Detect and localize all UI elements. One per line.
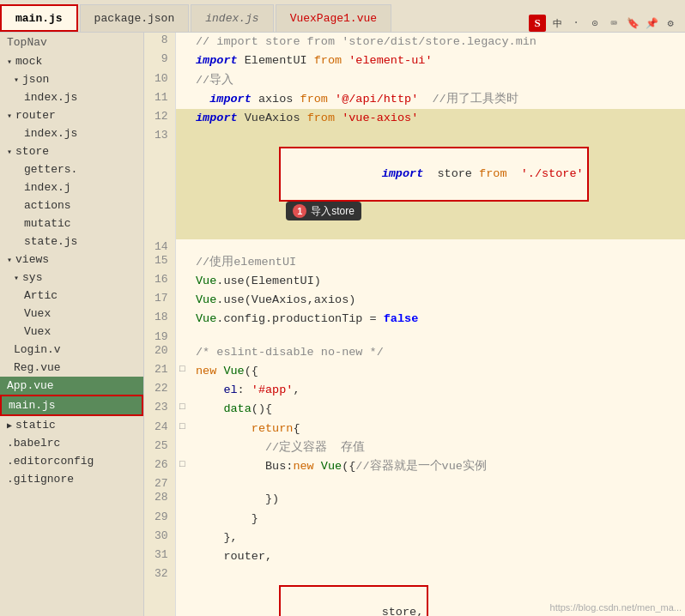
table-row: 8 // import store from 'store/dist/store… (144, 33, 685, 51)
line-number: 28 (144, 490, 175, 509)
line-code: import VueAxios from 'vue-axios' (189, 109, 685, 128)
tab-vuexpage-vue[interactable]: VuexPage1.vue (276, 4, 391, 32)
sidebar-item-editorconfig[interactable]: .editorconfig (0, 452, 143, 470)
sidebar-item-topnav[interactable]: TopNav (0, 33, 143, 52)
sidebar-item-login[interactable]: Login.v (0, 341, 143, 359)
zh-icon[interactable]: 中 (549, 15, 565, 31)
line-number: 15 (144, 253, 175, 272)
code-table: 8 // import store from 'store/dist/store… (144, 33, 685, 616)
gear-icon[interactable]: ⚙ (663, 15, 678, 31)
table-row: 13 import store from './store' 1导入store (144, 128, 685, 239)
line-expand (175, 490, 189, 509)
tab-main-js[interactable]: main.js (0, 4, 78, 32)
line-expand (175, 510, 189, 528)
line-code: import axios from '@/api/http' //用了工具类时 (189, 90, 685, 109)
sidebar-item-artic[interactable]: Artic (0, 287, 143, 305)
table-row: 27 (144, 476, 685, 490)
mic-icon[interactable]: ⊙ (587, 15, 603, 31)
line-expand (175, 272, 189, 291)
line-number: 22 (144, 381, 175, 400)
table-row: 16 Vue.use(ElementUI) (144, 272, 685, 291)
table-row: 9 import ElementUI from 'element-ui' (144, 51, 685, 70)
line-expand (175, 33, 189, 51)
line-number: 31 (144, 547, 175, 566)
table-row: 12 import VueAxios from 'vue-axios' (144, 109, 685, 128)
sidebar-item-reg[interactable]: Reg.vue (0, 359, 143, 377)
sidebar-item-store[interactable]: ▾store (0, 142, 143, 160)
line-number: 26 (144, 457, 175, 476)
sidebar-item-actions[interactable]: actions (0, 196, 143, 214)
watermark: https://blog.csdn.net/men_ma... (550, 602, 682, 613)
sidebar-item-babelrc[interactable]: .babelrc (0, 434, 143, 452)
bookmark-icon[interactable]: 🔖 (625, 15, 640, 31)
sidebar-item-state[interactable]: state.js (0, 233, 143, 251)
tab-package-json[interactable]: package.json (80, 4, 190, 32)
line-number: 18 (144, 310, 175, 329)
toolbar-icons: S 中 · ⊙ ⌨ 🔖 📌 ⚙ (529, 15, 685, 32)
sidebar-item-vuex2[interactable]: Vuex (0, 323, 143, 341)
sidebar-item-vuex1[interactable]: Vuex (0, 305, 143, 323)
sidebar-item-mock[interactable]: ▾mock (0, 52, 143, 70)
sidebar-item-main-js[interactable]: main.js (0, 395, 143, 416)
table-row: 14 (144, 239, 685, 253)
table-row: 15 //使用elementUI (144, 253, 685, 272)
table-row: 24 □ return{ (144, 420, 685, 438)
line-expand (175, 547, 189, 566)
sidebar-item-mock-index[interactable]: index.js (0, 88, 143, 106)
line-expand (175, 476, 189, 490)
sidebar-item-mutations[interactable]: mutatic (0, 214, 143, 233)
sidebar-item-router-index[interactable]: index.js (0, 124, 143, 142)
line-number: 24 (144, 420, 175, 438)
line-code: // import store from 'store/dist/store.l… (189, 33, 685, 51)
sidebar-item-store-index[interactable]: index.j (0, 178, 143, 196)
line-number: 14 (144, 239, 175, 253)
line-expand (175, 438, 189, 457)
line-code: Vue.use(VueAxios,axios) (189, 291, 685, 310)
sidebar-item-views[interactable]: ▾views (0, 251, 143, 269)
s-icon[interactable]: S (529, 15, 546, 32)
line-number: 32 (144, 566, 175, 616)
line-number: 13 (144, 128, 175, 239)
table-row: 23 □ data(){ (144, 400, 685, 419)
tabs-bar: main.js package.json index.js VuexPage1.… (0, 0, 685, 33)
sidebar-item-getters[interactable]: getters. (0, 160, 143, 178)
line-code: return{ (189, 420, 685, 438)
line-number: 11 (144, 90, 175, 109)
tab-index-js[interactable]: index.js (191, 4, 273, 32)
sidebar-item-router[interactable]: ▾router (0, 106, 143, 124)
line-code: import ElementUI from 'element-ui' (189, 51, 685, 70)
line-code: data(){ (189, 400, 685, 419)
table-row: 19 (144, 329, 685, 343)
sidebar-item-gitignore[interactable]: .gitignore (0, 470, 143, 488)
line-expand: □ (175, 362, 189, 381)
line-expand (175, 343, 189, 362)
table-row: 11 import axios from '@/api/http' //用了工具… (144, 90, 685, 109)
table-row: 25 //定义容器 存值 (144, 438, 685, 457)
sidebar: TopNav ▾mock ▾json index.js ▾router inde… (0, 33, 144, 616)
dot-icon[interactable]: · (568, 15, 584, 31)
line-expand (175, 71, 189, 90)
sidebar-item-sys[interactable]: ▾sys (0, 269, 143, 287)
keyboard-icon[interactable]: ⌨ (606, 15, 621, 31)
table-row: 26 □ Bus:new Vue({//容器就是一个vue实例 (144, 457, 685, 476)
line-number: 25 (144, 438, 175, 457)
line-expand (175, 291, 189, 310)
line-expand (175, 528, 189, 547)
line-expand (175, 51, 189, 70)
line-expand (175, 90, 189, 109)
sidebar-item-static[interactable]: ▶static (0, 416, 143, 434)
line-code: router, (189, 547, 685, 566)
annotation-import-store: 1导入store (286, 202, 361, 220)
line-number: 17 (144, 291, 175, 310)
line-expand (175, 310, 189, 329)
line-expand (175, 253, 189, 272)
sidebar-item-app-vue[interactable]: App.vue (0, 377, 143, 395)
line-code (189, 239, 685, 253)
table-row: 17 Vue.use(VueAxios,axios) (144, 291, 685, 310)
sidebar-item-json[interactable]: ▾json (0, 70, 143, 88)
line-code: Vue.config.productionTip = false (189, 310, 685, 329)
line-code: //使用elementUI (189, 253, 685, 272)
line-code (189, 329, 685, 343)
pin-icon[interactable]: 📌 (644, 15, 659, 31)
line-expand (175, 329, 189, 343)
